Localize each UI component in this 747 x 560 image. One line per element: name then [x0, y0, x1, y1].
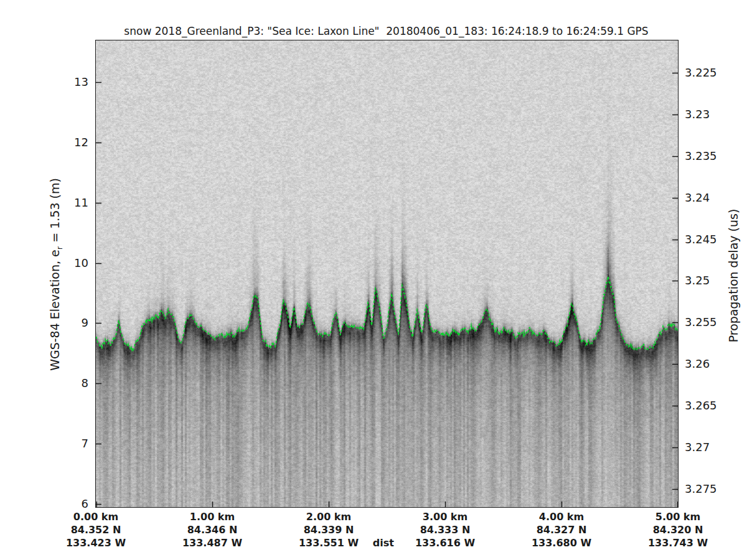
echogram-figure: snow 2018_Greenland_P3: "Sea Ice: Laxon …: [0, 0, 747, 560]
y-axis-left-tick-label: 13: [55, 75, 88, 89]
y-axis-right-tick-label: 3.27: [685, 441, 710, 454]
x-tick-lat: 84.333 N: [405, 523, 486, 536]
y-axis-right-label: Propagation delay (us): [726, 209, 740, 343]
x-axis-legend: dist lat lon: [365, 510, 402, 560]
y-axis-right-tick-label: 3.235: [685, 149, 717, 163]
chart-title: snow 2018_Greenland_P3: "Sea Ice: Laxon …: [95, 25, 677, 37]
x-tick-lat: 84.352 N: [55, 523, 136, 536]
y-axis-right-tick-label: 3.225: [685, 66, 717, 80]
y-axis-left-tick-label: 8: [55, 376, 88, 390]
x-axis-tick-group: 2.00 km84.339 N133.551 W: [288, 510, 369, 549]
y-left-label-post: = 1.53 (m): [48, 178, 62, 246]
y-axis-right-tick-label: 3.24: [685, 191, 710, 205]
x-axis-tick-group: 3.00 km84.333 N133.616 W: [405, 510, 486, 549]
x-tick-lat: 84.327 N: [521, 523, 602, 536]
x-axis-tick-group: 1.00 km84.346 N133.487 W: [172, 510, 253, 549]
y-axis-left-tick-label: 9: [55, 316, 88, 330]
y-axis-left-tick-label: 10: [55, 256, 88, 270]
y-axis-left-tick-label: 7: [55, 437, 88, 450]
x-tick-lon: 133.551 W: [288, 536, 369, 549]
x-tick-km: 3.00 km: [405, 510, 486, 523]
x-tick-lat: 84.320 N: [637, 523, 718, 536]
y-axis-left-tick-label: 12: [55, 136, 88, 149]
y-axis-right-tick-label: 3.275: [685, 482, 717, 496]
y-left-label-subscript: r: [55, 246, 64, 250]
x-tick-lon: 133.743 W: [637, 536, 718, 549]
x-tick-lon: 133.423 W: [55, 536, 136, 549]
y-axis-right-tick-label: 3.265: [685, 399, 717, 413]
x-tick-lon: 133.680 W: [521, 536, 602, 549]
y-axis-right-tick-label: 3.255: [685, 315, 717, 329]
x-tick-km: 0.00 km: [55, 510, 136, 523]
x-tick-lon: 133.487 W: [172, 536, 253, 549]
x-tick-km: 1.00 km: [172, 510, 253, 523]
x-tick-lat: 84.339 N: [288, 523, 369, 536]
x-tick-km: 4.00 km: [521, 510, 602, 523]
x-axis-tick-group: 0.00 km84.352 N133.423 W: [55, 510, 136, 549]
y-axis-left-tick-label: 6: [55, 497, 88, 511]
x-tick-km: 5.00 km: [637, 510, 718, 523]
y-axis-left-tick-label: 11: [55, 196, 88, 210]
x-tick-lon: 133.616 W: [405, 536, 486, 549]
x-legend-dist: dist: [365, 536, 402, 549]
y-axis-right-tick-label: 3.25: [685, 274, 710, 287]
x-tick-km: 2.00 km: [288, 510, 369, 523]
y-axis-right-tick-label: 3.26: [685, 357, 710, 371]
y-axis-right-tick-label: 3.23: [685, 108, 710, 121]
x-axis-tick-group: 4.00 km84.327 N133.680 W: [521, 510, 602, 549]
x-tick-lat: 84.346 N: [172, 523, 253, 536]
echogram-canvas: [95, 40, 679, 508]
x-axis-tick-group: 5.00 km84.320 N133.743 W: [637, 510, 718, 549]
y-axis-right-tick-label: 3.245: [685, 233, 717, 246]
